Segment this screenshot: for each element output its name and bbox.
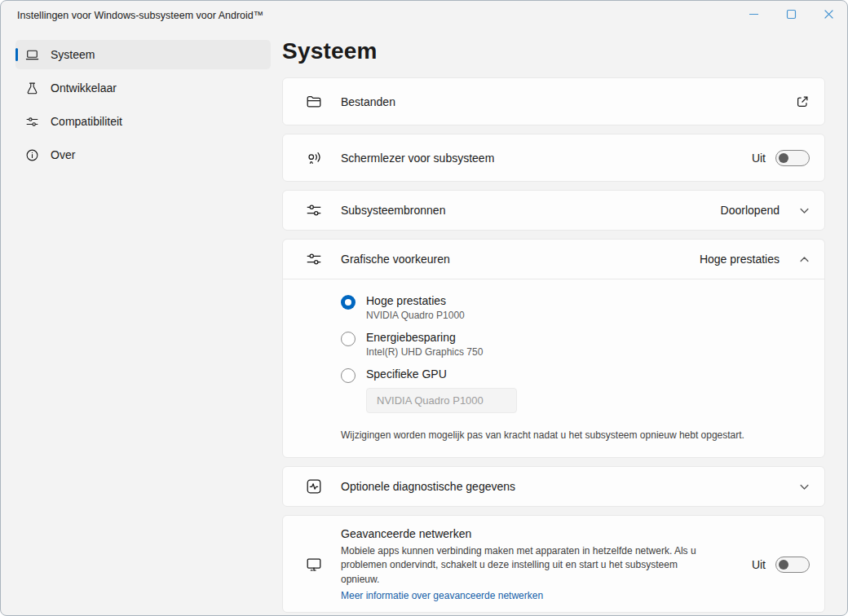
chevron-up-icon [799,254,810,265]
resources-value: Doorlopend [721,204,780,217]
radio-unchecked-icon[interactable] [341,368,356,383]
card-resources: Subsysteembronnen Doorlopend [282,190,825,231]
titlebar: Instellingen voor Windows-subsysteem voo… [1,1,847,30]
sidebar-item-over[interactable]: Over [15,140,271,169]
networking-description: Mobiele apps kunnen verbinding maken met… [341,544,704,587]
radio-unchecked-icon[interactable] [341,332,356,346]
diagnostics-label: Optionele diagnostische gegevens [341,480,780,493]
gpu-select-value: NVIDIA Quadro P1000 [377,394,484,407]
option-description: NVIDIA Quadro P1000 [366,310,465,321]
toggle-knob [779,153,788,163]
chevron-down-icon [799,205,810,216]
sidebar-item-ontwikkelaar[interactable]: Ontwikkelaar [15,73,271,103]
app-window: Instellingen voor Windows-subsysteem voo… [0,0,848,616]
option-label: Energiebesparing [366,331,483,344]
files-label: Bestanden [341,95,775,108]
card-graphics: Grafische voorkeuren Hoge prestaties Hog… [282,239,825,458]
page-title: Systeem [282,38,825,64]
selected-indicator [15,48,18,61]
sidebar: Systeem Ontwikkelaar Compatibiliteit [1,30,282,615]
networking-learn-more-link[interactable]: Meer informatie over geavanceerde netwer… [341,590,543,601]
graphics-label: Grafische voorkeuren [341,253,700,266]
main-content: Systeem Bestanden [282,30,847,615]
restart-note: Wijzigingen worden mogelijk pas van krac… [341,429,802,441]
radio-option-energiebesparing[interactable]: Energiebesparing Intel(R) UHD Graphics 7… [341,331,802,358]
sidebar-item-label: Ontwikkelaar [51,81,117,95]
flask-icon [25,81,39,95]
close-icon [824,9,834,22]
sidebar-item-compatibiliteit[interactable]: Compatibiliteit [15,107,271,136]
screen-reader-toggle[interactable] [775,150,810,166]
sliders-icon [25,115,39,129]
close-button[interactable] [810,1,847,30]
resources-expander[interactable]: Subsysteembronnen Doorlopend [283,191,824,230]
diagnostics-expander[interactable]: Optionele diagnostische gegevens [283,467,824,506]
window-body: Systeem Ontwikkelaar Compatibiliteit [1,30,847,615]
card-networking: Geavanceerde netwerken Mobiele apps kunn… [282,515,825,613]
files-row[interactable]: Bestanden [283,78,824,125]
graphics-expander[interactable]: Grafische voorkeuren Hoge prestaties [283,240,824,279]
sidebar-item-systeem[interactable]: Systeem [15,40,271,69]
networking-label: Geavanceerde netwerken [341,527,704,540]
screen-reader-label: Schermlezer voor subsysteem [341,152,752,165]
minimize-icon [749,9,759,22]
chevron-down-icon [487,396,506,405]
option-description: Intel(R) UHD Graphics 750 [366,346,483,358]
sliders-icon [305,201,323,219]
toggle-knob [779,560,788,570]
option-label: Hoge prestaties [366,294,465,307]
networking-toggle[interactable] [775,557,810,573]
sidebar-item-label: Systeem [51,48,95,61]
window-title: Instellingen voor Windows-subsysteem voo… [17,10,263,21]
window-controls [735,1,847,30]
networking-row: Geavanceerde netwerken Mobiele apps kunn… [283,516,824,612]
card-diagnostics: Optionele diagnostische gegevens [282,466,825,507]
minimize-button[interactable] [735,1,772,30]
sidebar-item-label: Compatibiliteit [51,115,122,128]
radio-option-specifieke-gpu[interactable]: Specifieke GPU [341,367,802,383]
graphics-options: Hoge prestaties NVIDIA Quadro P1000 Ener… [283,279,824,457]
resources-label: Subsysteembronnen [341,204,721,217]
laptop-icon [25,48,39,62]
option-label: Specifieke GPU [366,367,447,381]
info-icon [25,148,39,162]
networking-state: Uit [752,558,766,571]
sidebar-item-label: Over [51,148,75,161]
folder-icon [305,93,323,111]
card-files: Bestanden [282,77,825,125]
screen-reader-row: Schermlezer voor subsysteem Uit [283,134,824,181]
radio-checked-icon[interactable] [341,295,356,310]
chevron-down-icon [799,482,810,492]
sliders-icon [305,250,323,268]
networking-text: Geavanceerde netwerken Mobiele apps kunn… [341,527,704,602]
screen-reader-state: Uit [752,152,766,165]
activity-icon [305,477,323,495]
maximize-button[interactable] [772,1,810,30]
gpu-select-dropdown[interactable]: NVIDIA Quadro P1000 [366,388,517,413]
network-display-icon [305,556,323,574]
graphics-value: Hoge prestaties [700,253,780,266]
radio-option-hoge-prestaties[interactable]: Hoge prestaties NVIDIA Quadro P1000 [341,294,802,321]
card-screen-reader: Schermlezer voor subsysteem Uit [282,134,825,182]
maximize-icon [786,9,797,22]
external-link-icon [795,95,810,109]
screen-reader-icon [305,149,323,167]
